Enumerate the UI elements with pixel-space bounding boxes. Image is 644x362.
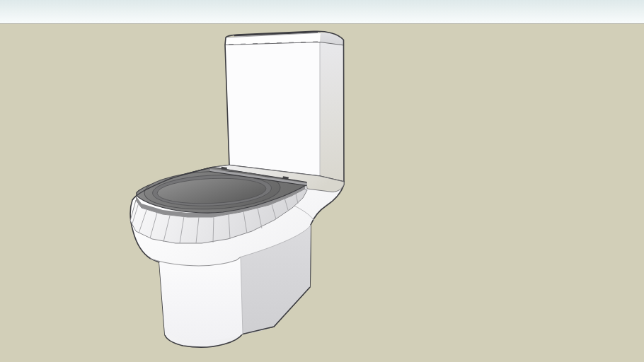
tank-front-face bbox=[225, 42, 320, 177]
model-viewport[interactable] bbox=[0, 0, 644, 362]
tank bbox=[225, 31, 344, 182]
pedestal-front-face bbox=[159, 257, 243, 341]
tank-side-face bbox=[320, 42, 344, 183]
sky-background bbox=[0, 0, 644, 24]
scene-svg bbox=[0, 0, 644, 362]
